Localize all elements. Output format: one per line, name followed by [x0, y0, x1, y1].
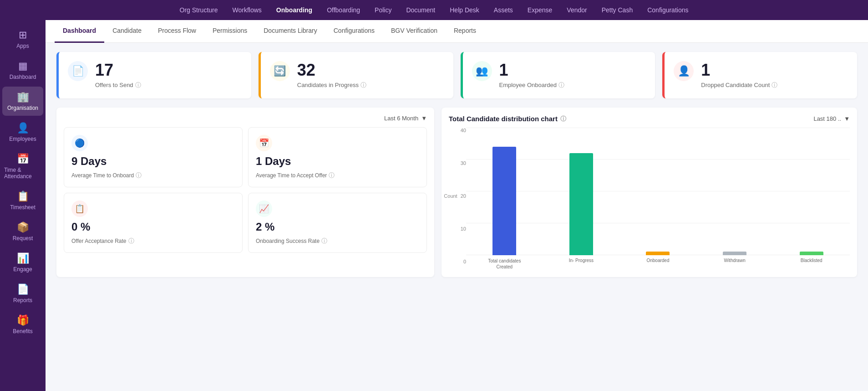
nav-offboarding[interactable]: Offboarding [327, 6, 360, 14]
candidates-label: Candidates in Progress ⓘ [297, 81, 444, 89]
success-rate-info-icon[interactable]: ⓘ [321, 237, 327, 245]
filter-label: Last 6 Month [384, 115, 418, 122]
sub-navigation: Dashboard Candidate Process Flow Permiss… [46, 20, 868, 43]
tab-permissions[interactable]: Permissions [204, 20, 255, 43]
dropped-body: 1 Dropped Candidate Count ⓘ [701, 61, 848, 89]
metric-card-onboard-time: 🔵 9 Days Average Time to Onboard ⓘ [64, 127, 243, 187]
offers-info-icon[interactable]: ⓘ [135, 81, 141, 89]
sidebar-item-benefits[interactable]: 🎁 Benefits [2, 310, 43, 339]
chart-filter-button[interactable]: Last 180 .. ▼ [813, 115, 850, 122]
sidebar-label-engage: Engage [13, 266, 32, 273]
bar-group-blacklisted [800, 252, 823, 255]
metric-card-offer-rate: 📋 0 % Offer Acceptance Rate ⓘ [64, 193, 243, 253]
metric-card-accept-time: 📅 1 Days Average Time to Accept Offer ⓘ [248, 127, 427, 187]
y-label-30: 30 [461, 160, 466, 166]
nav-petty-cash[interactable]: Petty Cash [602, 6, 633, 14]
nav-expense[interactable]: Expense [528, 6, 552, 14]
filter-button[interactable]: Last 6 Month ▼ [384, 115, 427, 122]
metrics-grid: 🔵 9 Days Average Time to Onboard ⓘ 📅 1 D… [64, 127, 427, 253]
nav-document[interactable]: Document [406, 6, 435, 14]
x-label-progress: In- Progress [563, 258, 599, 270]
tab-bgv-verification[interactable]: BGV Verification [383, 20, 446, 43]
bar-group-progress [569, 153, 593, 255]
nav-assets[interactable]: Assets [494, 6, 513, 14]
bar-blacklisted [800, 252, 823, 255]
onboard-time-value: 9 Days [71, 155, 235, 168]
nav-workflows[interactable]: Workflows [233, 6, 262, 14]
bar-total [492, 147, 516, 255]
offer-rate-icon: 📋 [71, 201, 88, 217]
y-axis-title: Count [444, 193, 457, 199]
stat-card-onboarded: 👥 1 Employee Onboarded ⓘ [461, 52, 655, 98]
stat-cards-row: 📄 17 Offers to Send ⓘ 🔄 32 Candi [56, 52, 857, 98]
sidebar-label-time-attendance: Time & Attendance [4, 167, 41, 180]
chart-header: Total Candidate distribution chart ⓘ Las… [449, 115, 850, 123]
timesheet-icon: 📋 [17, 190, 29, 202]
tab-dashboard[interactable]: Dashboard [55, 20, 104, 43]
bar-progress [569, 153, 593, 255]
x-axis-labels: Total candidatesCreated In- Progress Onb… [466, 258, 850, 270]
tab-configurations[interactable]: Configurations [325, 20, 383, 43]
tab-process-flow[interactable]: Process Flow [150, 20, 204, 43]
chart-panel: Total Candidate distribution chart ⓘ Las… [442, 108, 857, 277]
nav-onboarding[interactable]: Onboarding [276, 6, 312, 14]
accept-time-info-icon[interactable]: ⓘ [329, 171, 335, 180]
dashboard-icon: ▦ [18, 60, 28, 72]
sidebar-label-timesheet: Timesheet [10, 204, 36, 211]
success-rate-label: Onboarding Success Rate ⓘ [256, 237, 419, 245]
bottom-section: Last 6 Month ▼ 🔵 9 Days Average Time to … [56, 108, 857, 277]
nav-helpdesk[interactable]: Help Desk [450, 6, 479, 14]
onboard-time-label: Average Time to Onboard ⓘ [71, 171, 235, 180]
sidebar-item-time-attendance[interactable]: 📅 Time & Attendance [2, 149, 43, 184]
offers-icon: 📄 [68, 61, 88, 81]
sidebar-item-employees[interactable]: 👤 Employees [2, 118, 43, 147]
offer-rate-info-icon[interactable]: ⓘ [128, 237, 134, 245]
sidebar-label-benefits: Benefits [13, 328, 32, 334]
accept-time-icon: 📅 [256, 135, 272, 151]
sidebar-item-apps[interactable]: ⊞ Apps [2, 25, 43, 54]
offers-number: 17 [95, 61, 242, 79]
sidebar-label-dashboard: Dashboard [10, 74, 36, 80]
dropped-number: 1 [701, 61, 848, 79]
sidebar-item-request[interactable]: 📦 Request [2, 217, 43, 246]
main-content: Dashboard Candidate Process Flow Permiss… [46, 20, 868, 391]
bar-onboarded [646, 252, 670, 255]
time-attendance-icon: 📅 [17, 153, 29, 165]
candidates-info-icon[interactable]: ⓘ [360, 81, 366, 89]
tab-documents-library[interactable]: Documents Library [255, 20, 325, 43]
sidebar-label-organisation: Organisation [7, 105, 38, 111]
stat-card-dropped: 👤 1 Dropped Candidate Count ⓘ [662, 52, 857, 98]
nav-configurations[interactable]: Configurations [647, 6, 688, 14]
dashboard-body: 📄 17 Offers to Send ⓘ 🔄 32 Candi [46, 43, 868, 286]
sidebar-item-reports[interactable]: 📄 Reports [2, 279, 43, 308]
dropped-label: Dropped Candidate Count ⓘ [701, 81, 848, 89]
onboard-time-info-icon[interactable]: ⓘ [136, 171, 142, 180]
offer-rate-label: Offer Acceptance Rate ⓘ [71, 237, 235, 245]
sidebar-item-dashboard[interactable]: ▦ Dashboard [2, 56, 43, 85]
dropped-info-icon[interactable]: ⓘ [772, 81, 777, 89]
nav-org-structure[interactable]: Org Structure [180, 6, 218, 14]
sidebar-item-timesheet[interactable]: 📋 Timesheet [2, 186, 43, 215]
onboarded-info-icon[interactable]: ⓘ [558, 81, 564, 89]
chevron-down-icon: ▼ [421, 115, 427, 122]
tab-candidate[interactable]: Candidate [104, 20, 150, 43]
onboarded-label: Employee Onboarded ⓘ [499, 81, 646, 89]
y-label-40: 40 [461, 128, 466, 133]
nav-vendor[interactable]: Vendor [567, 6, 587, 14]
reports-icon: 📄 [17, 283, 29, 295]
offers-label: Offers to Send ⓘ [95, 81, 242, 89]
nav-policy[interactable]: Policy [375, 6, 391, 14]
stat-card-candidates: 🔄 32 Candidates in Progress ⓘ [259, 52, 453, 98]
tab-reports[interactable]: Reports [446, 20, 484, 43]
chart-info-icon[interactable]: ⓘ [560, 115, 566, 123]
sidebar-item-organisation[interactable]: 🏢 Organisation [2, 87, 43, 116]
request-icon: 📦 [17, 221, 29, 233]
candidates-body: 32 Candidates in Progress ⓘ [297, 61, 444, 89]
chart-title: Total Candidate distribution chart ⓘ [449, 115, 566, 123]
dropped-icon: 👤 [674, 61, 694, 81]
sidebar-label-reports: Reports [13, 297, 32, 304]
sidebar-item-engage[interactable]: 📊 Engage [2, 248, 43, 277]
bar-group-withdrawn [723, 252, 746, 255]
sidebar: ⊞ Apps ▦ Dashboard 🏢 Organisation 👤 Empl… [0, 20, 46, 391]
bars-container [466, 128, 850, 255]
